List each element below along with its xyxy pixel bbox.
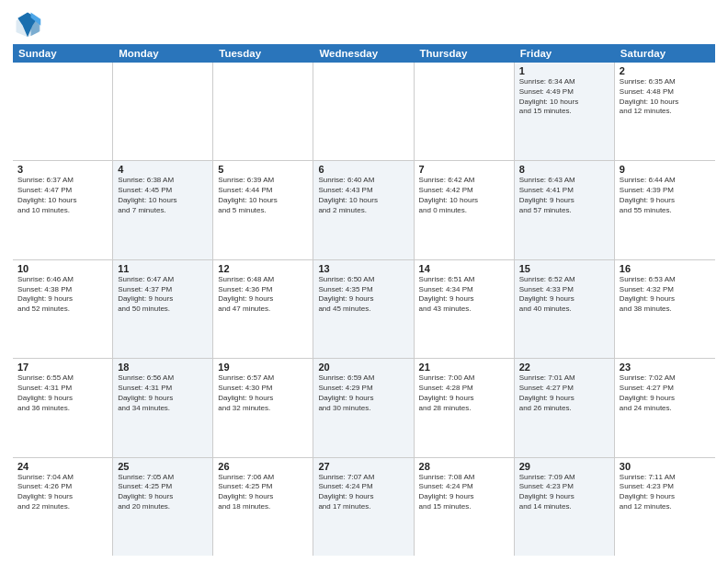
- day-info: Sunrise: 7:11 AM Sunset: 4:23 PM Dayligh…: [620, 473, 711, 512]
- day-info: Sunrise: 6:38 AM Sunset: 4:45 PM Dayligh…: [118, 176, 208, 215]
- day-number: 9: [620, 164, 711, 175]
- empty-cell: [415, 63, 515, 160]
- day-info: Sunrise: 7:01 AM Sunset: 4:27 PM Dayligh…: [519, 373, 609, 413]
- day-number: 26: [218, 461, 308, 472]
- header: [13, 9, 715, 39]
- day-cell-18: 18Sunrise: 6:56 AM Sunset: 4:31 PM Dayli…: [113, 359, 213, 456]
- day-cell-7: 7Sunrise: 6:42 AM Sunset: 4:42 PM Daylig…: [415, 161, 515, 259]
- day-number: 18: [118, 362, 208, 373]
- calendar-week-3: 10Sunrise: 6:46 AM Sunset: 4:38 PM Dayli…: [13, 260, 715, 359]
- day-number: 24: [17, 461, 108, 472]
- day-info: Sunrise: 7:00 AM Sunset: 4:28 PM Dayligh…: [419, 373, 509, 413]
- day-cell-14: 14Sunrise: 6:51 AM Sunset: 4:34 PM Dayli…: [415, 260, 515, 358]
- day-cell-16: 16Sunrise: 6:53 AM Sunset: 4:32 PM Dayli…: [615, 260, 715, 358]
- day-cell-3: 3Sunrise: 6:37 AM Sunset: 4:47 PM Daylig…: [13, 161, 113, 259]
- day-number: 20: [318, 362, 408, 373]
- empty-cell: [313, 63, 414, 160]
- day-info: Sunrise: 6:46 AM Sunset: 4:38 PM Dayligh…: [17, 275, 108, 315]
- day-cell-25: 25Sunrise: 7:05 AM Sunset: 4:25 PM Dayli…: [113, 458, 213, 556]
- day-cell-10: 10Sunrise: 6:46 AM Sunset: 4:38 PM Dayli…: [13, 260, 113, 358]
- day-of-week-thursday: Thursday: [415, 44, 515, 63]
- day-of-week-friday: Friday: [515, 44, 615, 63]
- day-info: Sunrise: 6:52 AM Sunset: 4:33 PM Dayligh…: [519, 275, 609, 315]
- day-number: 19: [218, 362, 308, 373]
- day-cell-4: 4Sunrise: 6:38 AM Sunset: 4:45 PM Daylig…: [113, 161, 213, 259]
- day-info: Sunrise: 7:07 AM Sunset: 4:24 PM Dayligh…: [318, 473, 408, 512]
- day-cell-5: 5Sunrise: 6:39 AM Sunset: 4:44 PM Daylig…: [213, 161, 313, 259]
- day-number: 16: [620, 263, 711, 274]
- day-number: 17: [17, 362, 108, 373]
- day-info: Sunrise: 6:39 AM Sunset: 4:44 PM Dayligh…: [218, 176, 308, 215]
- calendar-body: 1Sunrise: 6:34 AM Sunset: 4:49 PM Daylig…: [13, 63, 715, 556]
- day-cell-13: 13Sunrise: 6:50 AM Sunset: 4:35 PM Dayli…: [313, 260, 414, 358]
- day-info: Sunrise: 6:47 AM Sunset: 4:37 PM Dayligh…: [118, 275, 208, 315]
- day-of-week-tuesday: Tuesday: [213, 44, 313, 63]
- day-number: 3: [17, 164, 108, 175]
- day-cell-20: 20Sunrise: 6:59 AM Sunset: 4:29 PM Dayli…: [313, 359, 414, 456]
- day-cell-23: 23Sunrise: 7:02 AM Sunset: 4:27 PM Dayli…: [615, 359, 715, 456]
- day-cell-8: 8Sunrise: 6:43 AM Sunset: 4:41 PM Daylig…: [515, 161, 615, 259]
- day-number: 12: [218, 263, 308, 274]
- day-number: 5: [218, 164, 308, 175]
- day-cell-9: 9Sunrise: 6:44 AM Sunset: 4:39 PM Daylig…: [615, 161, 715, 259]
- day-cell-1: 1Sunrise: 6:34 AM Sunset: 4:49 PM Daylig…: [515, 63, 615, 160]
- day-info: Sunrise: 6:35 AM Sunset: 4:48 PM Dayligh…: [620, 77, 711, 117]
- day-number: 25: [118, 461, 208, 472]
- day-number: 30: [620, 461, 711, 472]
- calendar-week-4: 17Sunrise: 6:55 AM Sunset: 4:31 PM Dayli…: [13, 359, 715, 457]
- empty-cell: [213, 63, 313, 160]
- day-info: Sunrise: 7:09 AM Sunset: 4:23 PM Dayligh…: [519, 473, 609, 512]
- logo-icon: [13, 9, 42, 39]
- day-cell-15: 15Sunrise: 6:52 AM Sunset: 4:33 PM Dayli…: [515, 260, 615, 358]
- day-number: 27: [318, 461, 408, 472]
- day-number: 10: [17, 263, 108, 274]
- day-info: Sunrise: 6:43 AM Sunset: 4:41 PM Dayligh…: [519, 176, 609, 215]
- day-info: Sunrise: 7:04 AM Sunset: 4:26 PM Dayligh…: [17, 473, 108, 512]
- day-number: 11: [118, 263, 208, 274]
- day-cell-22: 22Sunrise: 7:01 AM Sunset: 4:27 PM Dayli…: [515, 359, 615, 456]
- day-number: 13: [318, 263, 408, 274]
- day-cell-28: 28Sunrise: 7:08 AM Sunset: 4:24 PM Dayli…: [415, 458, 515, 556]
- day-number: 6: [318, 164, 408, 175]
- day-info: Sunrise: 6:59 AM Sunset: 4:29 PM Dayligh…: [318, 373, 408, 413]
- day-number: 14: [419, 263, 509, 274]
- day-number: 1: [519, 65, 609, 76]
- day-number: 22: [519, 362, 609, 373]
- day-info: Sunrise: 7:06 AM Sunset: 4:25 PM Dayligh…: [218, 473, 308, 512]
- day-info: Sunrise: 6:37 AM Sunset: 4:47 PM Dayligh…: [17, 176, 108, 215]
- empty-cell: [113, 63, 213, 160]
- day-info: Sunrise: 6:34 AM Sunset: 4:49 PM Dayligh…: [519, 77, 609, 117]
- day-info: Sunrise: 6:53 AM Sunset: 4:32 PM Dayligh…: [620, 275, 711, 315]
- day-info: Sunrise: 6:51 AM Sunset: 4:34 PM Dayligh…: [419, 275, 509, 315]
- day-info: Sunrise: 6:44 AM Sunset: 4:39 PM Dayligh…: [620, 176, 711, 215]
- day-number: 4: [118, 164, 208, 175]
- calendar-header: SundayMondayTuesdayWednesdayThursdayFrid…: [13, 44, 715, 63]
- day-number: 2: [620, 65, 711, 76]
- calendar-week-5: 24Sunrise: 7:04 AM Sunset: 4:26 PM Dayli…: [13, 458, 715, 556]
- day-info: Sunrise: 6:55 AM Sunset: 4:31 PM Dayligh…: [17, 373, 108, 413]
- empty-cell: [13, 63, 113, 160]
- day-number: 8: [519, 164, 609, 175]
- day-info: Sunrise: 6:50 AM Sunset: 4:35 PM Dayligh…: [318, 275, 408, 315]
- day-cell-12: 12Sunrise: 6:48 AM Sunset: 4:36 PM Dayli…: [213, 260, 313, 358]
- calendar-week-2: 3Sunrise: 6:37 AM Sunset: 4:47 PM Daylig…: [13, 161, 715, 259]
- day-info: Sunrise: 6:48 AM Sunset: 4:36 PM Dayligh…: [218, 275, 308, 315]
- day-number: 7: [419, 164, 509, 175]
- day-info: Sunrise: 7:02 AM Sunset: 4:27 PM Dayligh…: [620, 373, 711, 413]
- day-info: Sunrise: 6:57 AM Sunset: 4:30 PM Dayligh…: [218, 373, 308, 413]
- day-of-week-sunday: Sunday: [13, 44, 113, 63]
- day-cell-11: 11Sunrise: 6:47 AM Sunset: 4:37 PM Dayli…: [113, 260, 213, 358]
- day-cell-17: 17Sunrise: 6:55 AM Sunset: 4:31 PM Dayli…: [13, 359, 113, 456]
- day-number: 28: [419, 461, 509, 472]
- day-cell-6: 6Sunrise: 6:40 AM Sunset: 4:43 PM Daylig…: [313, 161, 414, 259]
- day-cell-2: 2Sunrise: 6:35 AM Sunset: 4:48 PM Daylig…: [615, 63, 715, 160]
- day-number: 15: [519, 263, 609, 274]
- calendar: SundayMondayTuesdayWednesdayThursdayFrid…: [13, 44, 715, 556]
- day-cell-26: 26Sunrise: 7:06 AM Sunset: 4:25 PM Dayli…: [213, 458, 313, 556]
- day-cell-29: 29Sunrise: 7:09 AM Sunset: 4:23 PM Dayli…: [515, 458, 615, 556]
- day-cell-19: 19Sunrise: 6:57 AM Sunset: 4:30 PM Dayli…: [213, 359, 313, 456]
- day-info: Sunrise: 6:56 AM Sunset: 4:31 PM Dayligh…: [118, 373, 208, 413]
- day-info: Sunrise: 6:42 AM Sunset: 4:42 PM Dayligh…: [419, 176, 509, 215]
- day-of-week-wednesday: Wednesday: [313, 44, 414, 63]
- page: SundayMondayTuesdayWednesdayThursdayFrid…: [0, 0, 728, 563]
